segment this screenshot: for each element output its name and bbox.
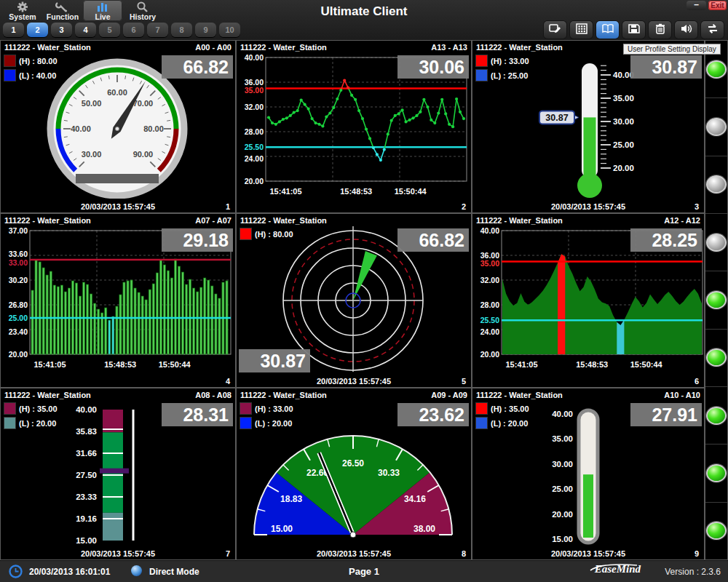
page-tab-9[interactable]: 9 <box>195 23 216 37</box>
legend: (H) : 33.00(L) : 25.00 <box>475 55 529 84</box>
led-indicator-gray <box>706 175 727 194</box>
menu-label: Live <box>95 13 110 21</box>
value-box: 27.91 <box>630 403 702 426</box>
page-tab-10[interactable]: 10 <box>219 23 240 37</box>
panel-timestamp: 20/03/2013 15:57:45 <box>237 377 471 386</box>
svg-text:37.00: 37.00 <box>9 226 28 235</box>
legend-swatch <box>4 402 16 415</box>
panel-index: 3 <box>695 202 699 211</box>
svg-text:40.00: 40.00 <box>245 53 264 62</box>
book-icon <box>601 23 614 37</box>
panel-6[interactable]: 111222 - Water_StationA12 - A1240.0036.0… <box>472 213 705 388</box>
svg-text:23.33: 23.33 <box>76 493 97 501</box>
led-indicator-green <box>706 291 727 309</box>
value-box: 30.06 <box>397 55 469 79</box>
menu-label: Function <box>47 13 79 21</box>
channel-label: A12 - A12 <box>664 216 700 225</box>
panel-4[interactable]: 111222 - Water_StationA07 - A0737.0033.6… <box>0 213 236 388</box>
led-cell-8 <box>705 445 727 502</box>
svg-text:32.00: 32.00 <box>480 276 499 284</box>
svg-text:18.83: 18.83 <box>280 494 302 504</box>
trash-icon <box>654 23 667 37</box>
svg-text:24.00: 24.00 <box>480 327 499 336</box>
station-name: 111222 - Water_Station <box>4 216 91 225</box>
panel-index: 2 <box>462 202 466 211</box>
minimize-button[interactable]: – <box>687 1 706 10</box>
svg-text:25.50: 25.50 <box>245 143 264 151</box>
svg-text:31.66: 31.66 <box>76 449 97 458</box>
svg-text:15:48:53: 15:48:53 <box>104 360 136 369</box>
value-box: 66.82 <box>397 228 469 252</box>
station-name: 111222 - Water_Station <box>4 391 91 399</box>
app-chrome: Ultimate Client – Exit SystemFunctionLiv… <box>0 0 728 40</box>
svg-text:30.00: 30.00 <box>552 460 573 469</box>
panel-3[interactable]: 111222 - Water_Station40.0035.0030.0025.… <box>472 40 705 213</box>
legend-label: (L) : 20.00 <box>255 419 292 428</box>
channel-label: A10 - A10 <box>664 391 700 399</box>
toolbar-book-button[interactable] <box>596 21 619 39</box>
legend-swatch <box>240 228 252 240</box>
toolbar-trash-button[interactable] <box>649 21 671 39</box>
swap-icon <box>706 23 719 37</box>
toolbar-display-edit-button[interactable] <box>544 21 566 39</box>
exit-button[interactable]: Exit <box>708 1 727 10</box>
svg-text:20.00: 20.00 <box>613 164 634 172</box>
menu-live[interactable]: Live <box>83 0 122 21</box>
wrench-icon <box>55 0 70 13</box>
svg-text:27.50: 27.50 <box>76 471 97 479</box>
panel-7[interactable]: 111222 - Water_StationA08 - A0840.0035.8… <box>0 388 236 560</box>
panel-index: 9 <box>695 549 699 558</box>
live-bars-icon <box>95 0 110 13</box>
toolbar-grid-button[interactable] <box>570 21 593 39</box>
svg-text:50.00: 50.00 <box>82 99 102 108</box>
led-cell-7 <box>705 387 727 445</box>
legend-swatch <box>4 55 16 67</box>
panel-index: 5 <box>462 377 466 386</box>
version-text: Version : 2.3.6 <box>665 567 721 577</box>
svg-text:35.00: 35.00 <box>552 434 573 443</box>
panel-5[interactable]: 111222 - Water_Station(H) : 80.0066.8230… <box>236 213 472 388</box>
led-cell-2 <box>705 98 727 156</box>
legend-swatch <box>475 417 488 429</box>
station-name: 111222 - Water_Station <box>4 43 91 52</box>
menu-history[interactable]: History <box>123 0 162 21</box>
display-edit-icon <box>549 23 562 37</box>
toolbar <box>544 21 724 39</box>
legend: (H) : 80.00 <box>240 228 293 242</box>
svg-text:35.00: 35.00 <box>245 86 264 95</box>
menu-function[interactable]: Function <box>43 0 82 21</box>
toolbar-swap-button[interactable] <box>701 21 724 39</box>
menu-system[interactable]: System <box>3 0 42 21</box>
panel-timestamp: 20/03/2013 15:57:45 <box>1 549 235 558</box>
legend-label: (H) : 80.00 <box>19 57 58 65</box>
svg-text:40.00: 40.00 <box>552 410 573 418</box>
svg-text:35.00: 35.00 <box>480 259 499 268</box>
toolbar-sound-button[interactable] <box>675 21 697 39</box>
svg-text:20.00: 20.00 <box>552 510 573 519</box>
svg-text:30.00: 30.00 <box>613 117 634 126</box>
page-tab-8[interactable]: 8 <box>171 23 192 37</box>
legend-swatch <box>475 69 488 81</box>
panel-timestamp: 20/03/2013 15:57:45 <box>472 202 704 211</box>
channel-label: A13 - A13 <box>431 43 467 52</box>
station-name: 111222 - Water_Station <box>240 216 327 225</box>
panel-1[interactable]: 111222 - Water_StationA00 - A0030.0040.0… <box>0 40 236 213</box>
svg-text:30.20: 30.20 <box>9 276 28 284</box>
led-indicator-green <box>706 464 727 482</box>
led-cell-4 <box>705 214 727 271</box>
svg-text:80.00: 80.00 <box>143 124 164 133</box>
panel-9[interactable]: 111222 - Water_StationA10 - A1040.0035.0… <box>472 388 705 560</box>
svg-text:32.00: 32.00 <box>245 103 264 111</box>
toolbar-save-button[interactable] <box>622 21 645 39</box>
svg-text:15:41:05: 15:41:05 <box>270 187 302 196</box>
legend-label: (L) : 20.00 <box>491 419 528 428</box>
legend: (H) : 35.00(L) : 20.00 <box>475 402 529 431</box>
svg-text:30.33: 30.33 <box>378 468 400 478</box>
station-name: 111222 - Water_Station <box>476 391 563 399</box>
panel-2[interactable]: 111222 - Water_StationA13 - A1340.0036.0… <box>236 40 472 213</box>
svg-text:35.00: 35.00 <box>613 94 634 103</box>
panel-index: 6 <box>695 377 699 386</box>
panel-8[interactable]: 111222 - Water_StationA09 - A0915.0018.8… <box>236 388 472 560</box>
svg-text:30.00: 30.00 <box>82 150 102 159</box>
legend-swatch <box>475 402 488 415</box>
